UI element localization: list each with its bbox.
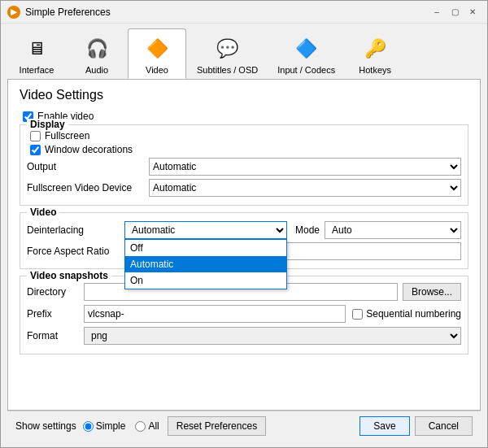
fullscreen-checkbox[interactable] [30, 131, 41, 141]
radio-simple-input[interactable] [83, 421, 94, 432]
prefix-label: Prefix [27, 308, 84, 320]
prefix-row: Prefix Sequential numbering [27, 305, 461, 323]
deinterlacing-select[interactable]: Automatic [124, 221, 287, 239]
output-label: Output [27, 161, 149, 172]
enable-video-row: Enable video [20, 111, 468, 122]
deinterlacing-option-off[interactable]: Off [125, 240, 286, 256]
deinterlacing-option-automatic[interactable]: Automatic [125, 256, 286, 272]
radio-all-input[interactable] [135, 421, 146, 432]
sequential-area: Sequential numbering [352, 308, 461, 320]
fullscreen-row: Fullscreen [27, 130, 461, 141]
close-button[interactable]: ✕ [464, 4, 481, 20]
radio-simple[interactable]: Simple [83, 420, 126, 432]
tab-hotkeys[interactable]: 🔑 Hotkeys [346, 28, 404, 79]
hotkeys-icon: 🔑 [360, 34, 390, 63]
tab-video-label: Video [146, 65, 168, 75]
deinterlacing-dropdown-popup: Off Automatic On [124, 239, 287, 289]
window-decorations-checkbox[interactable] [30, 145, 41, 155]
tab-input-label: Input / Codecs [277, 65, 335, 75]
sequential-label[interactable]: Sequential numbering [366, 308, 461, 320]
window-decorations-label[interactable]: Window decorations [45, 144, 133, 155]
video-inner-section: Video Deinterlacing Automatic Off Automa… [20, 212, 468, 269]
page-title: Video Settings [20, 88, 468, 102]
tab-interface-label: Interface [20, 65, 54, 75]
window-title: Simple Preferences [25, 7, 429, 18]
content-area: Video Settings Enable video Display Full… [7, 79, 481, 411]
subtitles-icon: 💬 [213, 34, 242, 63]
tab-hotkeys-label: Hotkeys [359, 65, 391, 75]
input-icon: 🔷 [292, 34, 321, 63]
tab-audio-label: Audio [85, 65, 108, 75]
show-settings-label: Show settings [15, 420, 76, 432]
force-aspect-label: Force Aspect Ratio [27, 246, 124, 257]
browse-button[interactable]: Browse... [403, 283, 461, 301]
cancel-button[interactable]: Cancel [415, 416, 473, 436]
output-row: Output Automatic OpenGL video output Dir… [27, 158, 461, 176]
snapshots-title: Video snapshots [27, 270, 111, 281]
format-select[interactable]: png jpg tiff [84, 327, 461, 345]
tab-subtitles-label: Subtitles / OSD [197, 65, 258, 75]
tab-video[interactable]: 🔶 Video [128, 28, 186, 79]
maximize-button[interactable]: ▢ [447, 4, 463, 20]
radio-all-label: All [148, 420, 159, 432]
mode-container: Mode Auto Blend Bob Discard [295, 221, 461, 239]
tab-input[interactable]: 🔷 Input / Codecs [268, 28, 344, 79]
reset-button[interactable]: Reset Preferences [168, 416, 266, 436]
tab-interface[interactable]: 🖥 Interface [7, 28, 66, 79]
deinterlacing-row: Deinterlacing Automatic Off Automatic On… [27, 221, 461, 239]
radio-simple-label: Simple [96, 420, 126, 432]
mode-label: Mode [295, 224, 320, 236]
minimize-button[interactable]: – [429, 4, 445, 20]
app-icon: ▶ [7, 6, 20, 19]
fullscreen-device-select[interactable]: Automatic Primary Display [149, 179, 461, 197]
video-section-title: Video [27, 207, 59, 218]
prefix-input[interactable] [84, 305, 346, 323]
window-decorations-row: Window decorations [27, 144, 461, 155]
mode-select[interactable]: Auto Blend Bob Discard [325, 221, 461, 239]
save-button[interactable]: Save [359, 416, 409, 436]
video-icon: 🔶 [142, 34, 172, 63]
bottom-bar: Show settings Simple All Reset Preferenc… [7, 411, 481, 441]
audio-icon: 🎧 [82, 34, 111, 63]
window-controls: – ▢ ✕ [429, 4, 481, 20]
main-window: ▶ Simple Preferences – ▢ ✕ 🖥 Interface 🎧… [0, 0, 488, 448]
fullscreen-label[interactable]: Fullscreen [45, 130, 89, 141]
interface-icon: 🖥 [22, 34, 51, 63]
format-row: Format png jpg tiff [27, 327, 461, 345]
radio-group: Simple All [83, 420, 159, 432]
display-section: Display Fullscreen Window decorations Ou… [20, 124, 468, 206]
output-select[interactable]: Automatic OpenGL video output Direct3D9 … [149, 158, 461, 176]
tab-subtitles[interactable]: 💬 Subtitles / OSD [188, 28, 267, 79]
deinterlacing-label: Deinterlacing [27, 224, 124, 236]
directory-label: Directory [27, 286, 84, 298]
fullscreen-device-label: Fullscreen Video Device [27, 182, 149, 194]
deinterlacing-dropdown-wrap: Automatic Off Automatic On [124, 221, 287, 239]
tabs-area: 🖥 Interface 🎧 Audio 🔶 Video 💬 Subtitles … [1, 24, 487, 79]
format-label: Format [27, 330, 84, 341]
tab-audio[interactable]: 🎧 Audio [68, 28, 126, 79]
title-bar: ▶ Simple Preferences – ▢ ✕ [1, 1, 487, 24]
fullscreen-device-row: Fullscreen Video Device Automatic Primar… [27, 179, 461, 197]
radio-all[interactable]: All [135, 420, 159, 432]
sequential-checkbox[interactable] [352, 309, 363, 320]
display-section-title: Display [27, 119, 68, 130]
deinterlacing-option-on[interactable]: On [125, 272, 286, 289]
